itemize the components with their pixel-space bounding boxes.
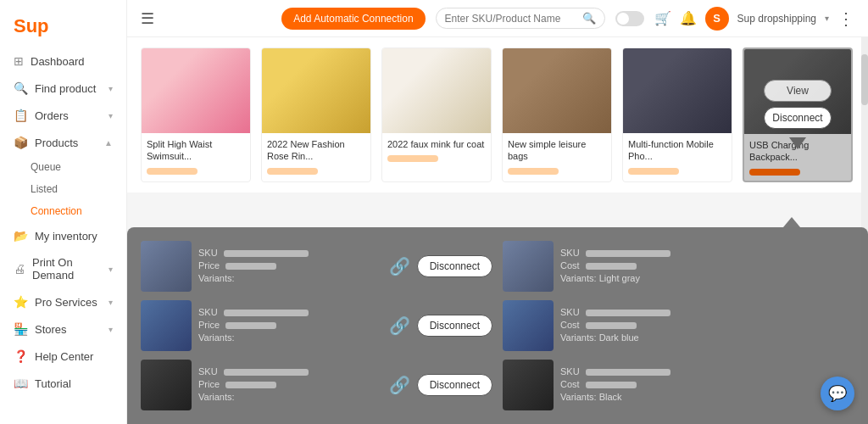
dashboard-icon: ⊞ [14, 54, 24, 68]
sidebar-item-label: Pro Services [35, 296, 97, 309]
chevron-down-icon[interactable]: ▾ [825, 14, 829, 23]
sidebar: Sup ⊞ Dashboard 🔍 Find product ▾ 📋 Order… [0, 0, 127, 424]
product-image-phone [623, 48, 732, 133]
print-icon: 🖨 [14, 262, 25, 276]
chat-button[interactable]: 💬 [821, 377, 854, 410]
sidebar-item-label: Stores [35, 323, 67, 336]
sidebar-item-label: Listed [31, 183, 58, 195]
search-input[interactable] [445, 13, 577, 25]
popup-price-field: Price [198, 379, 382, 389]
popup-arrow-icon [783, 217, 800, 227]
view-button[interactable]: View [764, 80, 832, 102]
toggle-switch[interactable] [615, 11, 644, 26]
popup-price-field: Price [198, 320, 382, 330]
product-card-ring[interactable]: 2022 New Fashion Rose Rin... [261, 47, 371, 182]
sidebar-item-help-center[interactable]: ❓ Help Center [0, 343, 126, 370]
orders-icon: 📋 [14, 109, 28, 122]
sidebar-item-label: Queue [31, 161, 61, 173]
chevron-down-icon: ▾ [108, 265, 113, 274]
products-submenu: Queue Listed Connection [0, 156, 126, 222]
add-automatic-connection-button[interactable]: Add Automatic Connection [281, 8, 425, 30]
sidebar-item-listed[interactable]: Listed [24, 178, 126, 200]
content-area: Split High Waist Swimsuit... 2022 New Fa… [127, 37, 868, 424]
sidebar-item-label: Dashboard [31, 55, 85, 68]
sidebar-item-dashboard[interactable]: ⊞ Dashboard [0, 47, 126, 75]
popup-row-3: SKU Price Variants: 🔗 Disconnect [141, 360, 854, 410]
sidebar-item-queue[interactable]: Queue [24, 156, 126, 178]
popup-product-thumb-right [503, 300, 554, 351]
popup-sku-field: SKU [198, 307, 382, 317]
help-icon: ❓ [14, 349, 28, 363]
product-card-phone[interactable]: Multi-function Mobile Pho... [622, 47, 732, 182]
tutorial-icon: 📖 [14, 377, 28, 390]
sidebar-item-label: Orders [35, 109, 69, 122]
link-icon[interactable]: 🔗 [389, 256, 410, 276]
chevron-down-icon: ▾ [108, 111, 113, 120]
product-card-swimsuit[interactable]: Split High Waist Swimsuit... [141, 47, 251, 182]
cart-icon[interactable]: 🛒 [654, 10, 671, 26]
dropdown-arrow-icon [789, 137, 806, 149]
disconnect-button-2[interactable]: Disconnect [417, 315, 492, 337]
main-content: ☰ Add Automatic Connection 🔍 🛒 🔔 S Sup d… [127, 0, 868, 424]
product-price-bar [267, 168, 318, 175]
product-image-fur [382, 48, 491, 133]
hamburger-icon[interactable]: ☰ [141, 9, 154, 28]
app-logo: Sup [0, 8, 126, 47]
chevron-down-icon: ▾ [108, 325, 113, 334]
product-card-fur[interactable]: 2022 faux mink fur coat [381, 47, 492, 182]
topbar: ☰ Add Automatic Connection 🔍 🛒 🔔 S Sup d… [127, 0, 868, 37]
popup-cost-right: Cost [560, 320, 854, 330]
product-name: Split High Waist Swimsuit... [147, 138, 245, 163]
chevron-down-icon: ▾ [108, 298, 113, 307]
username-label[interactable]: Sup dropshipping [737, 13, 816, 25]
stores-icon: 🏪 [14, 322, 28, 336]
product-name: Multi-function Mobile Pho... [628, 138, 726, 163]
sidebar-item-connection[interactable]: Connection [24, 200, 126, 222]
bell-icon[interactable]: 🔔 [680, 10, 697, 26]
sidebar-item-label: Find product [35, 82, 96, 95]
popup-product-thumb [141, 300, 192, 351]
popup-sku-field: SKU [198, 366, 382, 377]
link-icon[interactable]: 🔗 [389, 315, 410, 336]
find-product-icon: 🔍 [14, 81, 28, 95]
popup-variants-right: Variants: Black [560, 392, 854, 402]
product-name: New simple leisure bags [508, 138, 606, 163]
popup-cost-right: Cost [560, 260, 854, 271]
product-price-bar [387, 155, 438, 162]
sidebar-item-find-product[interactable]: 🔍 Find product ▾ [0, 75, 126, 102]
sidebar-item-label: My inventory [35, 230, 97, 243]
menu-dots-icon[interactable]: ⋮ [837, 8, 854, 29]
product-image-swimsuit [142, 48, 250, 133]
product-card-bag[interactable]: New simple leisure bags [502, 47, 612, 182]
product-grid: Split High Waist Swimsuit... 2022 New Fa… [127, 37, 868, 192]
sidebar-item-label: Products [35, 137, 78, 149]
sidebar-item-tutorial[interactable]: 📖 Tutorial [0, 370, 126, 397]
sidebar-item-pro-services[interactable]: ⭐ Pro Services ▾ [0, 288, 126, 315]
popup-sku-right: SKU [560, 366, 854, 377]
avatar: S [705, 7, 729, 31]
sidebar-item-products[interactable]: 📦 Products ▲ [0, 129, 126, 156]
link-icon[interactable]: 🔗 [389, 375, 410, 395]
sidebar-item-label: Print On Demand [32, 256, 102, 282]
topbar-icons: 🛒 🔔 S Sup dropshipping ▾ ⋮ [654, 7, 854, 31]
product-image-bag [503, 48, 611, 133]
sidebar-item-my-inventory[interactable]: 📂 My inventory [0, 222, 126, 249]
product-price-bar [147, 168, 198, 175]
popup-product-thumb [141, 241, 192, 292]
card-overlay: View Disconnect [744, 49, 851, 181]
sidebar-item-orders[interactable]: 📋 Orders ▾ [0, 102, 126, 129]
disconnect-overlay-button[interactable]: Disconnect [764, 107, 832, 129]
scrollbar-thumb[interactable] [861, 54, 868, 105]
popup-row-2: SKU Price Variants: 🔗 Disconnect [141, 300, 854, 351]
products-icon: 📦 [14, 136, 28, 149]
product-card-backpack[interactable]: View Disconnect USB Charging Backpack... [743, 47, 853, 182]
sidebar-item-label: Help Center [35, 350, 93, 363]
popup-price-field: Price [198, 260, 382, 271]
popup-variants-right: Variants: Dark blue [560, 332, 854, 343]
popup-sku-right: SKU [560, 307, 854, 317]
disconnect-button-3[interactable]: Disconnect [417, 374, 492, 396]
sidebar-item-print-on-demand[interactable]: 🖨 Print On Demand ▾ [0, 249, 126, 288]
sidebar-item-stores[interactable]: 🏪 Stores ▾ [0, 315, 126, 343]
disconnect-button-1[interactable]: Disconnect [417, 255, 492, 277]
search-icon: 🔍 [582, 12, 596, 25]
